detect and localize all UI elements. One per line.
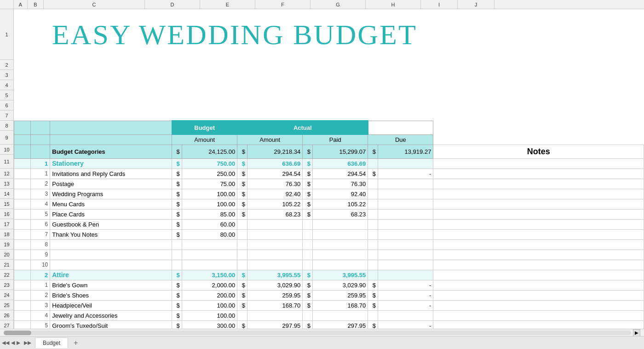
item-2-4-budget: 100.00 [182, 310, 237, 320]
cat-1-num: 1 [31, 158, 50, 169]
item-2-2-actual: 259.95 [247, 290, 302, 300]
spreadsheet: A B C D E F G H I J 1 2 3 4 5 6 7 8 9 10… [0, 0, 644, 349]
row-num-22: 22 [0, 270, 13, 280]
item-2-1-budget: 2,000.00 [182, 280, 237, 290]
tab-nav-prev[interactable]: ◀ [11, 340, 15, 346]
horizontal-scrollbar[interactable]: ▶ [0, 329, 644, 336]
paid-subheader: Paid [303, 134, 368, 145]
item-1-7-budget: 80.00 [182, 229, 237, 239]
item-1-2-budget: 75.00 [182, 179, 237, 189]
budget-tab[interactable]: Budget [35, 337, 68, 348]
row-num-title: 1 [0, 9, 13, 60]
item-1-3-paid: 92.40 [312, 189, 368, 199]
add-tab-button[interactable]: + [70, 337, 81, 349]
title-row: EASY WEDDING BUDGET [14, 9, 644, 60]
cat-2-actual: 3,995.55 [247, 270, 302, 280]
item-1-5-actual: 68.23 [247, 209, 302, 219]
row-num-8: 8 [0, 121, 13, 131]
total-budget-amount: 24,125.00 [182, 145, 237, 158]
item-2-3-budget: 100.00 [182, 300, 237, 310]
total-paid-amount: 15,299.07 [312, 145, 368, 158]
item-1-2-paid: 76.30 [312, 179, 368, 189]
col-d[interactable]: D [145, 0, 200, 9]
item-2-5-actual: 297.95 [247, 320, 302, 329]
tab-nav-right[interactable]: ▶▶ [24, 340, 31, 346]
col-c[interactable]: C [44, 0, 145, 9]
item-row-jewelry[interactable]: 4 Jewelry and Accessories $ 100.00 [14, 310, 644, 320]
cat-2-num: 2 [31, 270, 50, 280]
col-a[interactable]: A [14, 0, 28, 9]
total-paid-sign: $ [303, 145, 313, 158]
item-row-wedding-programs[interactable]: 3 Wedding Programs $ 100.00 $ 92.40 $ 92… [14, 189, 644, 199]
item-2-2-paid: 259.95 [312, 290, 368, 300]
col-i[interactable]: I [421, 0, 458, 9]
budget-header: Budget [172, 121, 237, 134]
item-1-1-num: 1 [31, 169, 50, 179]
row-num-12: 12 [0, 169, 13, 179]
category-row-stationery: 1 Stationery $ 750.00 $ 636.69 $ 636.69 [14, 158, 644, 169]
cat-1-budget: 750.00 [182, 158, 237, 169]
scrollbar-track[interactable] [4, 331, 631, 335]
empty-item-10[interactable]: 10 [14, 260, 644, 270]
budget-table: EASY WEDDING BUDGET [14, 9, 644, 329]
col-g[interactable]: G [310, 0, 366, 9]
item-row-brides-gown[interactable]: 1 Bride's Gown $ 2,000.00 $ 3,029.90 $ 3… [14, 280, 644, 290]
spreadsheet-title: EASY WEDDING BUDGET [52, 19, 417, 50]
item-row-invitations[interactable]: 1 Invitations and Reply Cards $ 250.00 $… [14, 169, 644, 179]
header-row-9: Budget Actual [14, 121, 644, 134]
item-1-3-name: Wedding Programs [50, 189, 172, 199]
item-1-2-name: Postage [50, 179, 172, 189]
scrollbar-thumb[interactable] [4, 331, 31, 335]
col-b[interactable]: B [28, 0, 44, 9]
cat-2-budget: 3,150.00 [182, 270, 237, 280]
scroll-right-button[interactable]: ▶ [633, 329, 640, 337]
row-num-21: 21 [0, 260, 13, 270]
item-row-brides-shoes[interactable]: 2 Bride's Shoes $ 200.00 $ 259.95 $ 259.… [14, 290, 644, 300]
tab-nav-next[interactable]: ▶ [17, 340, 20, 346]
empty-row-2 [14, 60, 644, 70]
item-2-3-name: Headpiece/Veil [50, 300, 172, 310]
col-h[interactable]: H [366, 0, 421, 9]
tab-nav-left[interactable]: ◀◀ [2, 340, 9, 346]
total-due-sign: $ [368, 145, 378, 158]
item-row-postage[interactable]: 2 Postage $ 75.00 $ 76.30 $ 76.30 [14, 179, 644, 189]
row-num-15: 15 [0, 199, 13, 209]
cat-1-paid-sign: $ [303, 158, 313, 169]
item-2-2-due: - [378, 290, 433, 300]
row-num-17: 17 [0, 219, 13, 229]
item-1-4-actual: 105.22 [247, 199, 302, 209]
row-num-20: 20 [0, 250, 13, 260]
item-row-guestbook[interactable]: 6 Guestbook & Pen $ 60.00 [14, 219, 644, 229]
title-cell: EASY WEDDING BUDGET [50, 9, 644, 60]
col-f[interactable]: F [255, 0, 310, 9]
item-2-1-actual: 3,029.90 [247, 280, 302, 290]
item-1-5-budget: 85.00 [182, 209, 237, 219]
item-1-1-name: Invitations and Reply Cards [50, 169, 172, 179]
item-1-2-actual: 76.30 [247, 179, 302, 189]
corner-cell [0, 0, 14, 9]
grid-area: 1 2 3 4 5 6 7 8 9 10 11 12 13 14 15 16 1… [0, 9, 644, 329]
row-numbers: 1 2 3 4 5 6 7 8 9 10 11 12 13 14 15 16 1… [0, 9, 14, 329]
col-e[interactable]: E [200, 0, 255, 9]
item-1-1-budget: 250.00 [182, 169, 237, 179]
item-row-thank-you-notes[interactable]: 7 Thank You Notes $ 80.00 [14, 229, 644, 239]
item-row-headpiece[interactable]: 3 Headpiece/Veil $ 100.00 $ 168.70 $ 168… [14, 300, 644, 310]
item-row-grooms-tuxedo[interactable]: 5 Groom's Tuxedo/Suit $ 300.00 $ 297.95 … [14, 320, 644, 329]
item-row-place-cards[interactable]: 5 Place Cards $ 85.00 $ 68.23 $ 68.23 [14, 209, 644, 219]
item-2-2-budget: 200.00 [182, 290, 237, 300]
item-row-menu-cards[interactable]: 4 Menu Cards $ 100.00 $ 105.22 $ 105.22 [14, 199, 644, 209]
empty-item-9[interactable]: 9 [14, 250, 644, 260]
item-1-5-name: Place Cards [50, 209, 172, 219]
cat-1-name: Stationery [50, 158, 172, 169]
grid-content: EASY WEDDING BUDGET [14, 9, 644, 329]
col-j[interactable]: J [458, 0, 494, 9]
empty-row-6 [14, 100, 644, 111]
item-1-1-paid: 294.54 [312, 169, 368, 179]
empty-item-8[interactable]: 8 [14, 239, 644, 250]
title-col-a [14, 9, 31, 60]
item-2-3-due: - [378, 300, 433, 310]
header-row-10: Amount Amount Paid Due [14, 134, 644, 145]
item-1-4-budget: 100.00 [182, 199, 237, 209]
item-1-4-name: Menu Cards [50, 199, 172, 209]
row-num-3: 3 [0, 70, 13, 80]
